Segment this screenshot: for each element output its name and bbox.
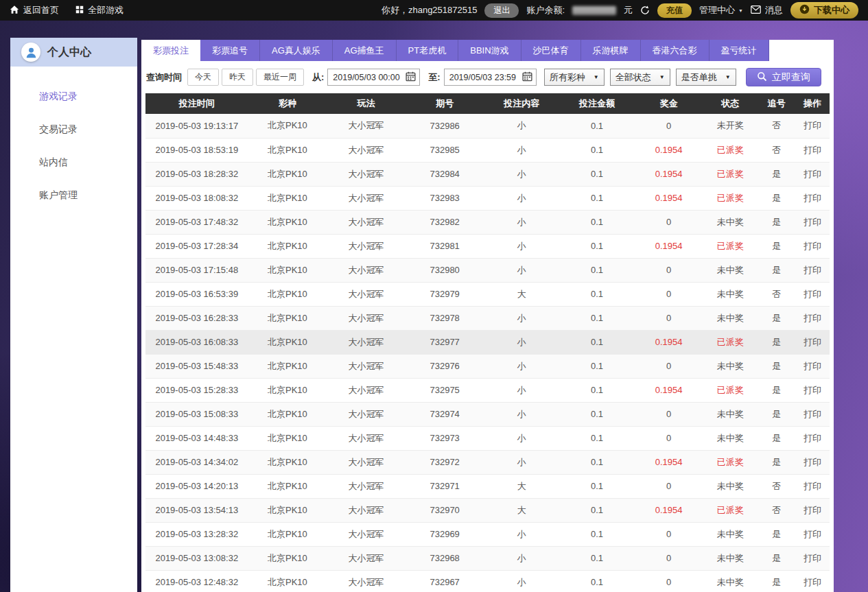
bet-content-cell: 小 bbox=[484, 138, 559, 162]
quick-range-button[interactable]: 最近一周 bbox=[256, 69, 304, 86]
print-link[interactable]: 打印 bbox=[795, 186, 830, 210]
tab[interactable]: 彩票投注 bbox=[141, 40, 200, 61]
print-link[interactable]: 打印 bbox=[795, 234, 830, 258]
chase-cell: 是 bbox=[758, 402, 795, 426]
print-link[interactable]: 打印 bbox=[795, 330, 830, 354]
print-link[interactable]: 打印 bbox=[795, 570, 830, 592]
date-to-input[interactable]: 2019/05/03 23:59 bbox=[444, 69, 537, 86]
bet-amount-cell: 0.1 bbox=[559, 306, 635, 330]
messages-link[interactable]: 消息 bbox=[751, 4, 783, 16]
table-row: 2019-05-03 16:08:33 北京PK10 大小冠军 732977 小… bbox=[145, 330, 830, 354]
bet-content-cell: 小 bbox=[484, 426, 559, 450]
status-cell: 未中奖 bbox=[703, 210, 758, 234]
admin-center-menu[interactable]: 管理中心 ▼ bbox=[699, 4, 743, 16]
print-link[interactable]: 打印 bbox=[795, 258, 830, 282]
print-link[interactable]: 打印 bbox=[795, 114, 830, 138]
print-link[interactable]: 打印 bbox=[795, 138, 830, 162]
admin-center-label: 管理中心 bbox=[699, 4, 735, 16]
calendar-icon bbox=[522, 71, 532, 84]
status-cell: 未中奖 bbox=[703, 402, 758, 426]
print-link[interactable]: 打印 bbox=[795, 354, 830, 378]
tab[interactable]: AG真人娱乐 bbox=[260, 40, 333, 61]
recharge-button[interactable]: 充值 bbox=[657, 3, 692, 18]
table-row: 2019-05-03 14:34:02 北京PK10 大小冠军 732972 小… bbox=[145, 450, 830, 474]
play-type-cell: 大小冠军 bbox=[327, 210, 406, 234]
tab[interactable]: 乐游棋牌 bbox=[581, 40, 641, 61]
chase-cell: 是 bbox=[758, 378, 795, 402]
sidebar-item[interactable]: 账户管理 bbox=[10, 179, 137, 212]
calendar-icon bbox=[406, 71, 416, 84]
refresh-balance-icon[interactable] bbox=[640, 5, 650, 15]
lottery-cell: 北京PK10 bbox=[248, 210, 327, 234]
print-link[interactable]: 打印 bbox=[795, 306, 830, 330]
chase-cell: 否 bbox=[758, 138, 795, 162]
issue-cell: 732968 bbox=[406, 546, 484, 570]
prize-cell: 0 bbox=[635, 402, 703, 426]
bet-content-cell: 小 bbox=[484, 210, 559, 234]
chase-cell: 是 bbox=[758, 258, 795, 282]
tab[interactable]: 香港六合彩 bbox=[641, 40, 709, 61]
search-button[interactable]: 立即查询 bbox=[746, 68, 821, 86]
status-cell: 未中奖 bbox=[703, 258, 758, 282]
bet-content-cell: 小 bbox=[484, 378, 559, 402]
print-link[interactable]: 打印 bbox=[795, 498, 830, 522]
print-link[interactable]: 打印 bbox=[795, 450, 830, 474]
bet-time-cell: 2019-05-03 17:15:48 bbox=[145, 258, 248, 282]
print-link[interactable]: 打印 bbox=[795, 474, 830, 498]
lottery-cell: 北京PK10 bbox=[248, 354, 327, 378]
bet-amount-cell: 0.1 bbox=[559, 282, 635, 306]
tab[interactable]: AG捕鱼王 bbox=[333, 40, 397, 61]
tab[interactable]: PT老虎机 bbox=[397, 40, 459, 61]
sidebar-header: 个人中心 bbox=[10, 38, 137, 67]
sidebar-item[interactable]: 游戏记录 bbox=[10, 80, 137, 113]
print-link[interactable]: 打印 bbox=[795, 378, 830, 402]
table-row: 2019-05-03 15:08:33 北京PK10 大小冠军 732974 小… bbox=[145, 402, 830, 426]
bet-amount-cell: 0.1 bbox=[559, 186, 635, 210]
bet-time-cell: 2019-05-03 13:54:13 bbox=[145, 498, 248, 522]
bet-content-cell: 小 bbox=[484, 186, 559, 210]
sidebar-item[interactable]: 交易记录 bbox=[10, 113, 137, 146]
play-type-cell: 大小冠军 bbox=[327, 498, 406, 522]
balance-unit: 元 bbox=[624, 4, 633, 16]
filter-select[interactable]: 是否单挑 ▼ bbox=[676, 69, 736, 86]
chase-cell: 是 bbox=[758, 330, 795, 354]
prize-cell: 0 bbox=[635, 258, 703, 282]
tab[interactable]: BBIN游戏 bbox=[458, 40, 521, 61]
filter-select-value: 所有彩种 bbox=[550, 71, 585, 84]
print-link[interactable]: 打印 bbox=[795, 426, 830, 450]
search-button-label: 立即查询 bbox=[772, 71, 810, 84]
lottery-cell: 北京PK10 bbox=[248, 306, 327, 330]
filter-select[interactable]: 所有彩种 ▼ bbox=[544, 69, 605, 86]
home-link[interactable]: 返回首页 bbox=[10, 4, 59, 16]
chevron-down-icon: ▼ bbox=[659, 74, 665, 80]
all-games-link[interactable]: 全部游戏 bbox=[75, 4, 124, 16]
tab[interactable]: 彩票追号 bbox=[200, 40, 260, 61]
table-header-cell: 追号 bbox=[758, 93, 795, 114]
issue-cell: 732983 bbox=[406, 186, 484, 210]
print-link[interactable]: 打印 bbox=[795, 210, 830, 234]
table-header-cell: 彩种 bbox=[248, 93, 327, 114]
date-from-input[interactable]: 2019/05/03 00:00 bbox=[327, 69, 420, 86]
quick-range-button[interactable]: 昨天 bbox=[222, 69, 253, 86]
download-center-button[interactable]: 下载中心 bbox=[790, 2, 858, 19]
chevron-down-icon: ▼ bbox=[725, 74, 731, 80]
print-link[interactable]: 打印 bbox=[795, 402, 830, 426]
logout-button[interactable]: 退出 bbox=[484, 3, 519, 18]
sidebar-item[interactable]: 站内信 bbox=[10, 146, 137, 179]
print-link[interactable]: 打印 bbox=[795, 522, 830, 546]
table-row: 2019-05-03 13:28:32 北京PK10 大小冠军 732969 小… bbox=[145, 522, 830, 546]
bet-content-cell: 小 bbox=[484, 402, 559, 426]
print-link[interactable]: 打印 bbox=[795, 282, 830, 306]
tab-label: 乐游棋牌 bbox=[593, 45, 629, 57]
tab[interactable]: 沙巴体育 bbox=[521, 40, 581, 61]
tab-label: PT老虎机 bbox=[408, 45, 447, 57]
quick-range-button[interactable]: 今天 bbox=[187, 69, 219, 86]
print-link[interactable]: 打印 bbox=[795, 162, 830, 186]
filter-select[interactable]: 全部状态 ▼ bbox=[610, 69, 670, 86]
lottery-cell: 北京PK10 bbox=[248, 282, 327, 306]
tab[interactable]: 盈亏统计 bbox=[709, 40, 769, 61]
print-link[interactable]: 打印 bbox=[795, 546, 830, 570]
bet-time-cell: 2019-05-03 17:48:32 bbox=[145, 210, 248, 234]
sidebar: 个人中心 游戏记录交易记录站内信账户管理 bbox=[10, 38, 137, 592]
bet-amount-cell: 0.1 bbox=[559, 450, 635, 474]
